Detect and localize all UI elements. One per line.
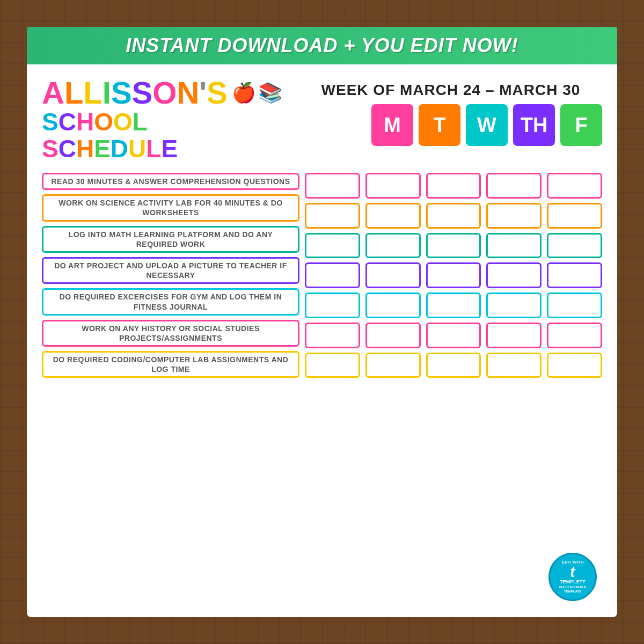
cb-5-thu[interactable] <box>486 292 541 318</box>
cb-1-thu[interactable] <box>486 173 541 199</box>
cb-6-mon[interactable] <box>305 323 360 348</box>
cb-4-fri[interactable] <box>547 262 602 288</box>
sh-l: L <box>146 135 161 163</box>
cb-7-thu[interactable] <box>486 353 541 378</box>
cb-7-mon[interactable] <box>305 353 360 378</box>
cb-2-fri[interactable] <box>547 203 602 229</box>
cb-5-mon[interactable] <box>305 292 360 318</box>
sh-c: C <box>58 135 76 163</box>
allison-name: ALLISSON'S 🍎 📚 <box>42 77 299 108</box>
sh-h: H <box>76 135 94 163</box>
outer-wrapper: INSTANT DOWNLOAD + YOU EDIT NOW! ALLISSO… <box>27 27 617 617</box>
letter-s2: S <box>132 77 153 108</box>
cb-7-wed[interactable] <box>426 353 481 378</box>
cb-2-wed[interactable] <box>426 203 481 229</box>
letter-l1: L <box>64 77 83 108</box>
checkbox-row-3 <box>305 233 602 259</box>
task-2: WORK ON SCIENCE ACTIVITY LAB FOR 40 MINU… <box>42 194 299 221</box>
day-wednesday: W <box>466 104 508 146</box>
week-block: WEEK OF MARCH 24 – MARCH 30 M T W TH F <box>299 77 602 146</box>
main-card: ALLISSON'S 🍎 📚 SCHOOL SCHEDULE WEEK OF M… <box>27 64 617 617</box>
cb-3-fri[interactable] <box>547 233 602 259</box>
task-6: WORK ON ANY HISTORY OR SOCIAL STUDIES PR… <box>42 320 299 347</box>
day-tuesday: T <box>419 104 460 146</box>
header-row: ALLISSON'S 🍎 📚 SCHOOL SCHEDULE WEEK OF M… <box>42 77 602 163</box>
cb-6-thu[interactable] <box>486 323 541 348</box>
cb-5-fri[interactable] <box>547 292 602 318</box>
cb-3-tue[interactable] <box>365 233 421 259</box>
templett-badge: EDIT WITH t templett FULLY EDITABLETEMPL… <box>548 553 597 601</box>
cb-4-tue[interactable] <box>365 262 421 288</box>
task-1: READ 30 MINUTES & ANSWER COMPREHENSION Q… <box>42 173 299 190</box>
cb-2-tue[interactable] <box>365 203 421 229</box>
school-text: SCHOOL <box>42 107 299 136</box>
cb-3-thu[interactable] <box>486 233 541 259</box>
banner-text: INSTANT DOWNLOAD + YOU EDIT NOW! <box>126 34 518 56</box>
cb-4-thu[interactable] <box>486 262 541 288</box>
sc-o: O <box>94 108 113 136</box>
cb-7-tue[interactable] <box>365 353 421 378</box>
cb-2-mon[interactable] <box>305 203 360 229</box>
task-7: DO REQUIRED CODING/COMPUTER LAB ASSIGNME… <box>42 351 299 378</box>
title-block: ALLISSON'S 🍎 📚 SCHOOL SCHEDULE <box>42 77 299 163</box>
letter-s1: S <box>111 77 132 108</box>
cb-3-mon[interactable] <box>305 233 360 259</box>
cb-5-wed[interactable] <box>426 292 481 318</box>
sc-h: H <box>76 108 94 136</box>
letter-l2: L <box>83 77 102 108</box>
checkbox-row-6 <box>305 323 602 348</box>
grid-section: READ 30 MINUTES & ANSWER COMPREHENSION Q… <box>42 173 602 378</box>
days-header: M T W TH F <box>299 104 602 146</box>
cb-2-thu[interactable] <box>486 203 541 229</box>
tasks-column: READ 30 MINUTES & ANSWER COMPREHENSION Q… <box>42 173 299 378</box>
templett-brand: templett <box>560 580 586 584</box>
cb-6-wed[interactable] <box>426 323 481 348</box>
sc-o2: O <box>113 108 133 136</box>
sc-c: C <box>58 108 76 136</box>
checkbox-row-1 <box>305 173 602 199</box>
checkboxes-column <box>305 173 602 378</box>
checkbox-row-7 <box>305 353 602 378</box>
letter-a: A <box>42 77 64 108</box>
checkbox-row-2 <box>305 203 602 229</box>
sc-s: S <box>42 108 58 136</box>
cb-1-mon[interactable] <box>305 173 360 199</box>
cb-4-wed[interactable] <box>426 262 481 288</box>
sh-e2: E <box>161 135 178 163</box>
cb-6-fri[interactable] <box>547 323 602 348</box>
task-4: DO ART PROJECT AND UPLOAD A PICTURE TO T… <box>42 257 299 284</box>
apple-icon: 🍎 <box>232 83 256 103</box>
task-5: DO REQUIRED EXCERCISES FOR GYM AND LOG T… <box>42 288 299 315</box>
cb-6-tue[interactable] <box>365 323 421 348</box>
cb-3-wed[interactable] <box>426 233 481 259</box>
day-monday: M <box>371 104 413 146</box>
week-title: WEEK OF MARCH 24 – MARCH 30 <box>299 82 602 99</box>
cb-1-fri[interactable] <box>547 173 602 199</box>
task-3: LOG INTO MATH LEARNING PLATFORM AND DO A… <box>42 226 299 253</box>
sh-e: E <box>94 135 111 163</box>
cb-5-tue[interactable] <box>365 292 421 318</box>
checkbox-row-4 <box>305 262 602 288</box>
books-icon: 📚 <box>258 83 282 103</box>
templett-t-icon: t <box>570 565 575 580</box>
letter-o: O <box>152 77 177 108</box>
sc-l: L <box>133 108 148 136</box>
letter-s3: S <box>207 77 228 108</box>
checkbox-row-5 <box>305 292 602 318</box>
cb-1-tue[interactable] <box>365 173 421 199</box>
day-thursday: TH <box>513 104 555 146</box>
sh-u: U <box>128 135 146 163</box>
letter-apos: ' <box>199 77 207 108</box>
cb-7-fri[interactable] <box>547 353 602 378</box>
templett-editable: FULLY EDITABLETEMPLATE <box>559 586 586 593</box>
day-friday: F <box>560 104 602 146</box>
sched-text: SCHEDULE <box>42 134 299 163</box>
icons-row: 🍎 📚 <box>232 83 282 103</box>
cb-4-mon[interactable] <box>305 262 360 288</box>
banner: INSTANT DOWNLOAD + YOU EDIT NOW! <box>27 27 617 64</box>
sh-s: S <box>42 135 58 163</box>
sh-d: D <box>111 135 128 163</box>
grid-wrapper: READ 30 MINUTES & ANSWER COMPREHENSION Q… <box>42 173 602 606</box>
cb-1-wed[interactable] <box>426 173 481 199</box>
letter-i: I <box>103 77 111 108</box>
